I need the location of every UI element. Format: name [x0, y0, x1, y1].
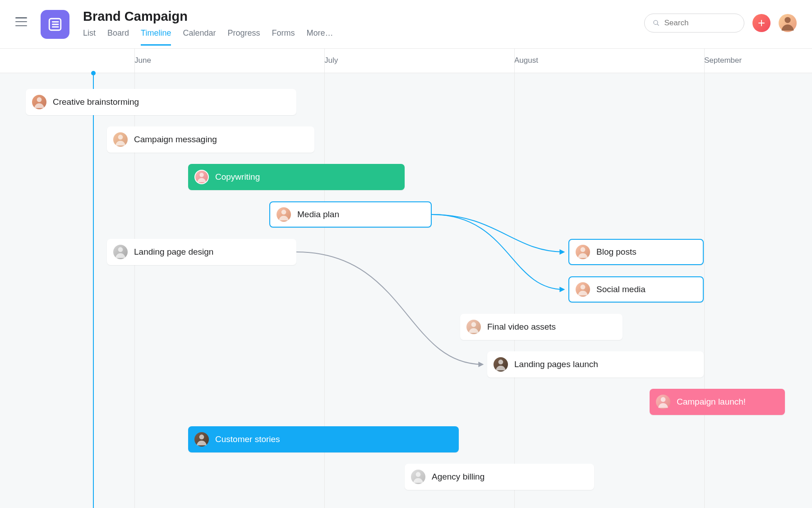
task-label: Final video assets	[487, 322, 556, 332]
user-avatar[interactable]	[779, 14, 797, 32]
task-label: Campaign launch!	[677, 397, 746, 407]
month-gridline	[704, 49, 705, 73]
person-icon	[113, 245, 128, 259]
svg-point-13	[118, 247, 123, 252]
task-copywriting[interactable]: Copywriting	[188, 164, 405, 190]
svg-point-14	[581, 247, 586, 252]
tab-more[interactable]: More…	[307, 28, 333, 46]
month-label: September	[704, 56, 742, 65]
tab-list[interactable]: List	[83, 28, 96, 46]
task-label: Copywriting	[215, 172, 260, 182]
assignee-avatar[interactable]	[466, 320, 481, 334]
task-label: Landing pages launch	[514, 359, 598, 369]
dependency-arrow	[432, 214, 564, 289]
header-actions	[644, 14, 797, 33]
person-icon	[194, 432, 209, 447]
assignee-avatar[interactable]	[32, 95, 46, 109]
person-icon	[576, 245, 590, 259]
svg-point-19	[199, 434, 204, 439]
task-campaign-launch[interactable]: Campaign launch!	[650, 389, 785, 415]
assignee-avatar[interactable]	[113, 132, 128, 147]
task-label: Social media	[596, 284, 646, 294]
task-label: Creative brainstorming	[53, 97, 139, 107]
assignee-avatar[interactable]	[194, 170, 209, 184]
task-landing-pages-launch[interactable]: Landing pages launch	[487, 351, 704, 378]
today-indicator	[93, 73, 94, 508]
person-icon	[576, 282, 590, 297]
task-customer-stories[interactable]: Customer stories	[188, 426, 459, 452]
tab-calendar[interactable]: Calendar	[183, 28, 216, 46]
task-creative-brainstorming[interactable]: Creative brainstorming	[26, 89, 296, 115]
person-icon	[32, 95, 46, 109]
person-icon	[113, 132, 128, 147]
person-icon	[277, 207, 291, 222]
assignee-avatar[interactable]	[656, 395, 670, 409]
timeline-months-header: JuneJulyAugustSeptember	[0, 49, 812, 73]
person-icon	[779, 14, 797, 32]
svg-point-10	[118, 135, 123, 140]
svg-point-16	[471, 322, 476, 327]
tab-timeline[interactable]: Timeline	[141, 28, 171, 46]
assignee-avatar[interactable]	[576, 245, 590, 259]
today-dot-icon	[91, 71, 96, 75]
month-gridline	[704, 73, 705, 508]
svg-point-15	[581, 284, 586, 289]
month-gridline	[514, 49, 515, 73]
month-gridline	[134, 49, 135, 73]
tab-board[interactable]: Board	[107, 28, 129, 46]
month-gridline	[324, 49, 325, 73]
person-icon	[494, 357, 508, 372]
month-gridline	[514, 73, 515, 508]
menu-icon[interactable]	[15, 17, 27, 26]
task-agency-billing[interactable]: Agency billing	[405, 464, 594, 490]
assignee-avatar[interactable]	[576, 282, 590, 297]
tab-progress[interactable]: Progress	[227, 28, 260, 46]
person-icon	[195, 171, 208, 183]
task-label: Blog posts	[596, 247, 637, 257]
svg-point-11	[199, 173, 203, 177]
view-tabs: List Board Timeline Calendar Progress Fo…	[83, 28, 644, 46]
project-title: Brand Campaign	[83, 9, 644, 24]
svg-point-17	[498, 359, 503, 364]
task-landing-page-design[interactable]: Landing page design	[107, 239, 296, 265]
month-label: June	[134, 56, 151, 65]
project-icon[interactable]	[41, 10, 69, 39]
list-icon	[47, 17, 63, 32]
tab-forms[interactable]: Forms	[272, 28, 295, 46]
search-input[interactable]	[664, 19, 736, 28]
svg-point-20	[416, 472, 421, 477]
task-final-video-assets[interactable]: Final video assets	[460, 314, 623, 340]
svg-point-18	[661, 397, 666, 402]
svg-point-12	[281, 210, 286, 214]
assignee-avatar[interactable]	[494, 357, 508, 372]
month-label: July	[324, 56, 338, 65]
assignee-avatar[interactable]	[411, 470, 425, 484]
timeline-body[interactable]: Creative brainstormingCampaign messaging…	[0, 73, 812, 508]
task-blog-posts[interactable]: Blog posts	[568, 239, 704, 265]
search-box[interactable]	[644, 14, 744, 33]
task-label: Agency billing	[432, 472, 484, 482]
svg-line-5	[657, 24, 659, 26]
assignee-avatar[interactable]	[277, 207, 291, 222]
svg-point-8	[784, 17, 790, 23]
svg-point-9	[37, 97, 42, 102]
project-meta: Brand Campaign List Board Timeline Calen…	[83, 9, 644, 46]
task-label: Landing page design	[134, 247, 213, 257]
plus-icon	[757, 19, 766, 27]
svg-point-4	[654, 20, 658, 24]
month-label: August	[514, 56, 538, 65]
assignee-avatar[interactable]	[194, 432, 209, 447]
person-icon	[466, 320, 481, 334]
task-label: Media plan	[297, 210, 339, 219]
assignee-avatar[interactable]	[113, 245, 128, 259]
task-label: Campaign messaging	[134, 135, 217, 144]
search-icon	[653, 19, 660, 27]
add-button[interactable]	[752, 14, 770, 32]
task-media-plan[interactable]: Media plan	[269, 201, 432, 228]
task-label: Customer stories	[215, 434, 280, 444]
task-campaign-messaging[interactable]: Campaign messaging	[107, 126, 314, 153]
person-icon	[656, 395, 670, 409]
app-header: Brand Campaign List Board Timeline Calen…	[0, 0, 812, 49]
task-social-media[interactable]: Social media	[568, 276, 704, 303]
dependency-arrow	[432, 214, 564, 252]
